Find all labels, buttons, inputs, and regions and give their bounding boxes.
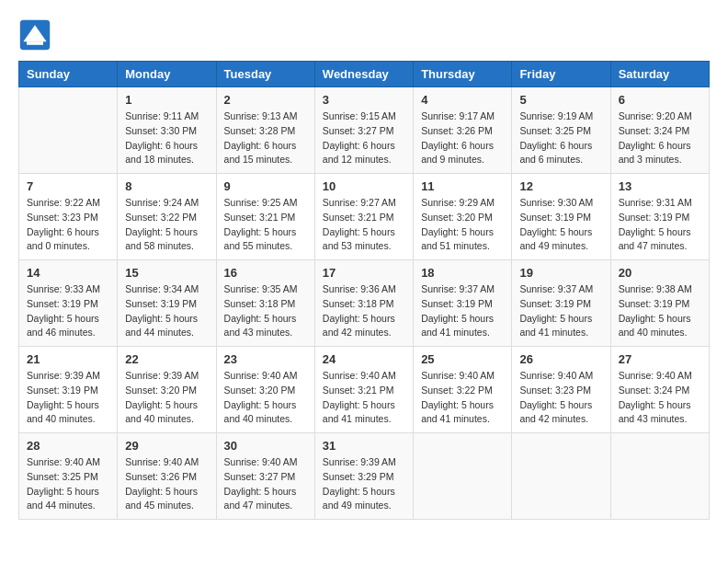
day-info: Sunrise: 9:40 AM Sunset: 3:22 PM Dayligh… [421, 369, 504, 427]
day-number: 18 [421, 266, 504, 280]
calendar-cell: 23Sunrise: 9:40 AM Sunset: 3:20 PM Dayli… [216, 347, 314, 433]
day-number: 30 [224, 439, 307, 453]
calendar-body: 1Sunrise: 9:11 AM Sunset: 3:30 PM Daylig… [19, 87, 710, 520]
day-number: 14 [27, 266, 109, 280]
calendar-cell: 9Sunrise: 9:25 AM Sunset: 3:21 PM Daylig… [216, 174, 314, 260]
day-number: 1 [125, 93, 208, 107]
day-number: 15 [125, 266, 208, 280]
day-number: 28 [27, 439, 109, 453]
day-info: Sunrise: 9:29 AM Sunset: 3:20 PM Dayligh… [421, 196, 504, 254]
day-number: 5 [519, 93, 602, 107]
day-info: Sunrise: 9:39 AM Sunset: 3:19 PM Dayligh… [27, 369, 109, 427]
calendar-cell: 28Sunrise: 9:40 AM Sunset: 3:25 PM Dayli… [19, 433, 118, 520]
day-number: 20 [619, 266, 701, 280]
day-info: Sunrise: 9:15 AM Sunset: 3:27 PM Dayligh… [323, 109, 405, 167]
calendar-cell: 7Sunrise: 9:22 AM Sunset: 3:23 PM Daylig… [19, 174, 118, 260]
day-info: Sunrise: 9:38 AM Sunset: 3:19 PM Dayligh… [619, 282, 701, 340]
day-info: Sunrise: 9:39 AM Sunset: 3:20 PM Dayligh… [125, 369, 208, 427]
calendar-table: SundayMondayTuesdayWednesdayThursdayFrid… [18, 61, 710, 520]
calendar-cell: 20Sunrise: 9:38 AM Sunset: 3:19 PM Dayli… [610, 260, 709, 347]
header-cell-friday: Friday [512, 62, 610, 87]
calendar-cell: 19Sunrise: 9:37 AM Sunset: 3:19 PM Dayli… [512, 260, 610, 347]
calendar-header: SundayMondayTuesdayWednesdayThursdayFrid… [19, 62, 710, 87]
calendar-cell [414, 433, 512, 520]
day-info: Sunrise: 9:40 AM Sunset: 3:23 PM Dayligh… [519, 369, 602, 427]
calendar-cell: 1Sunrise: 9:11 AM Sunset: 3:30 PM Daylig… [118, 87, 216, 174]
week-row-5: 28Sunrise: 9:40 AM Sunset: 3:25 PM Dayli… [19, 433, 710, 520]
day-number: 29 [125, 439, 208, 453]
week-row-4: 21Sunrise: 9:39 AM Sunset: 3:19 PM Dayli… [19, 347, 710, 433]
calendar-cell: 29Sunrise: 9:40 AM Sunset: 3:26 PM Dayli… [118, 433, 216, 520]
calendar-cell: 22Sunrise: 9:39 AM Sunset: 3:20 PM Dayli… [118, 347, 216, 433]
calendar-cell: 31Sunrise: 9:39 AM Sunset: 3:29 PM Dayli… [314, 433, 413, 520]
header-cell-tuesday: Tuesday [216, 62, 314, 87]
calendar-cell: 4Sunrise: 9:17 AM Sunset: 3:26 PM Daylig… [414, 87, 512, 174]
week-row-1: 1Sunrise: 9:11 AM Sunset: 3:30 PM Daylig… [19, 87, 710, 174]
day-number: 2 [224, 93, 307, 107]
day-info: Sunrise: 9:27 AM Sunset: 3:21 PM Dayligh… [323, 196, 405, 254]
day-number: 23 [224, 352, 307, 366]
calendar-cell [610, 433, 709, 520]
day-number: 11 [421, 179, 504, 193]
day-info: Sunrise: 9:25 AM Sunset: 3:21 PM Dayligh… [224, 196, 307, 254]
day-number: 31 [323, 439, 405, 453]
day-info: Sunrise: 9:22 AM Sunset: 3:23 PM Dayligh… [27, 196, 109, 254]
day-number: 9 [224, 179, 307, 193]
day-number: 12 [519, 179, 602, 193]
day-number: 4 [421, 93, 504, 107]
calendar-cell: 8Sunrise: 9:24 AM Sunset: 3:22 PM Daylig… [118, 174, 216, 260]
svg-rect-2 [27, 41, 43, 45]
page-header [18, 18, 710, 52]
day-info: Sunrise: 9:13 AM Sunset: 3:28 PM Dayligh… [224, 109, 307, 167]
day-info: Sunrise: 9:24 AM Sunset: 3:22 PM Dayligh… [125, 196, 208, 254]
day-number: 25 [421, 352, 504, 366]
day-number: 16 [224, 266, 307, 280]
week-row-2: 7Sunrise: 9:22 AM Sunset: 3:23 PM Daylig… [19, 174, 710, 260]
day-info: Sunrise: 9:19 AM Sunset: 3:25 PM Dayligh… [519, 109, 602, 167]
day-number: 24 [323, 352, 405, 366]
day-number: 10 [323, 179, 405, 193]
day-info: Sunrise: 9:33 AM Sunset: 3:19 PM Dayligh… [27, 282, 109, 340]
header-cell-saturday: Saturday [610, 62, 709, 87]
day-info: Sunrise: 9:30 AM Sunset: 3:19 PM Dayligh… [519, 196, 602, 254]
day-info: Sunrise: 9:31 AM Sunset: 3:19 PM Dayligh… [619, 196, 701, 254]
day-number: 27 [619, 352, 701, 366]
calendar-cell: 18Sunrise: 9:37 AM Sunset: 3:19 PM Dayli… [414, 260, 512, 347]
day-info: Sunrise: 9:35 AM Sunset: 3:18 PM Dayligh… [224, 282, 307, 340]
day-number: 21 [27, 352, 109, 366]
day-info: Sunrise: 9:34 AM Sunset: 3:19 PM Dayligh… [125, 282, 208, 340]
header-row: SundayMondayTuesdayWednesdayThursdayFrid… [19, 62, 710, 87]
calendar-cell: 26Sunrise: 9:40 AM Sunset: 3:23 PM Dayli… [512, 347, 610, 433]
logo [18, 18, 55, 52]
calendar-cell: 11Sunrise: 9:29 AM Sunset: 3:20 PM Dayli… [414, 174, 512, 260]
day-info: Sunrise: 9:40 AM Sunset: 3:20 PM Dayligh… [224, 369, 307, 427]
day-info: Sunrise: 9:37 AM Sunset: 3:19 PM Dayligh… [421, 282, 504, 340]
calendar-cell: 16Sunrise: 9:35 AM Sunset: 3:18 PM Dayli… [216, 260, 314, 347]
calendar-cell: 14Sunrise: 9:33 AM Sunset: 3:19 PM Dayli… [19, 260, 118, 347]
calendar-cell: 24Sunrise: 9:40 AM Sunset: 3:21 PM Dayli… [314, 347, 413, 433]
header-cell-monday: Monday [118, 62, 216, 87]
day-number: 17 [323, 266, 405, 280]
calendar-cell: 21Sunrise: 9:39 AM Sunset: 3:19 PM Dayli… [19, 347, 118, 433]
calendar-cell [19, 87, 118, 174]
header-cell-wednesday: Wednesday [314, 62, 413, 87]
calendar-cell: 6Sunrise: 9:20 AM Sunset: 3:24 PM Daylig… [610, 87, 709, 174]
calendar-cell: 17Sunrise: 9:36 AM Sunset: 3:18 PM Dayli… [314, 260, 413, 347]
day-info: Sunrise: 9:37 AM Sunset: 3:19 PM Dayligh… [519, 282, 602, 340]
calendar-cell: 30Sunrise: 9:40 AM Sunset: 3:27 PM Dayli… [216, 433, 314, 520]
day-info: Sunrise: 9:39 AM Sunset: 3:29 PM Dayligh… [323, 455, 405, 513]
calendar-cell: 5Sunrise: 9:19 AM Sunset: 3:25 PM Daylig… [512, 87, 610, 174]
day-info: Sunrise: 9:40 AM Sunset: 3:26 PM Dayligh… [125, 455, 208, 513]
calendar-cell: 10Sunrise: 9:27 AM Sunset: 3:21 PM Dayli… [314, 174, 413, 260]
day-info: Sunrise: 9:20 AM Sunset: 3:24 PM Dayligh… [619, 109, 701, 167]
header-cell-sunday: Sunday [19, 62, 118, 87]
header-cell-thursday: Thursday [414, 62, 512, 87]
day-info: Sunrise: 9:36 AM Sunset: 3:18 PM Dayligh… [323, 282, 405, 340]
calendar-cell: 2Sunrise: 9:13 AM Sunset: 3:28 PM Daylig… [216, 87, 314, 174]
day-number: 8 [125, 179, 208, 193]
day-number: 26 [519, 352, 602, 366]
day-number: 3 [323, 93, 405, 107]
calendar-cell: 25Sunrise: 9:40 AM Sunset: 3:22 PM Dayli… [414, 347, 512, 433]
calendar-cell [512, 433, 610, 520]
day-info: Sunrise: 9:40 AM Sunset: 3:27 PM Dayligh… [224, 455, 307, 513]
